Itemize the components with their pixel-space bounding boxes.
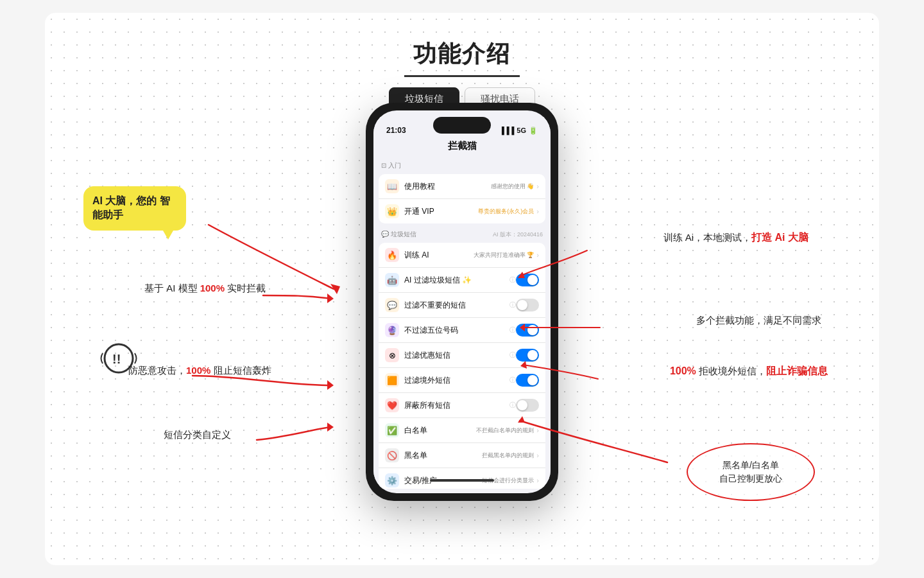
section-intro-header: ⊡ 入门 <box>373 157 551 171</box>
blacklist-icon: 🚫 <box>385 448 399 462</box>
vip-right: 尊贵的服务(永久)会员 › <box>478 207 539 216</box>
home-indicator <box>430 479 494 482</box>
section-spam-label: 💬 垃圾短信 <box>381 230 416 239</box>
blacklist-right: 拦截黑名单内的规则 › <box>482 451 539 460</box>
signal-bars: ▐▐▐ <box>499 127 514 134</box>
list-item-filter-unimportant[interactable]: 💬 过滤不重要的短信 ⓘ <box>379 293 545 318</box>
status-time: 21:03 <box>386 126 406 135</box>
vip-icon: 👑 <box>385 204 399 218</box>
filter-promo-toggle[interactable] <box>516 349 539 362</box>
ai-filter-right: ⓘ <box>509 276 516 285</box>
filter-overseas-right: ⓘ <box>509 376 516 385</box>
list-item-whitelist[interactable]: ✅ 白名单 不拦截白名单内的规则 › <box>379 418 545 443</box>
train-ai-label: 训练 AI <box>404 250 474 261</box>
anno-right-3: 100% 拒收境外短信，阻止诈骗信息 <box>670 365 828 378</box>
ai-filter-toggle[interactable] <box>516 274 539 286</box>
page-title: 功能介绍 <box>334 39 590 70</box>
svg-marker-2 <box>327 380 334 390</box>
filter-unimportant-label: 过滤不重要的短信 <box>404 300 509 311</box>
filter-overseas-label: 过滤境外短信 <box>404 375 509 386</box>
app-header: 拦截猫 <box>373 137 551 157</box>
filter-overseas-icon: 🟧 <box>385 373 399 387</box>
block-all-toggle[interactable] <box>516 399 539 412</box>
trade-icon: ⚙️ <box>385 473 399 487</box>
tutorial-icon: 📖 <box>385 179 399 193</box>
oval-annotation: 黑名单/白名单 自己控制更放心 <box>687 443 815 501</box>
svg-marker-3 <box>327 423 334 432</box>
whitelist-right: 不拦截白名单内的规则 › <box>476 426 539 435</box>
list-item-tutorial[interactable]: 📖 使用教程 感谢您的使用 👋 › <box>379 174 545 199</box>
filter-unimportant-icon: 💬 <box>385 298 399 312</box>
anno-left-1: 基于 AI 模型 100% 实时拦截 <box>144 283 266 295</box>
list-item-train-ai[interactable]: 🔥 训练 AI 大家共同打造准确率 🏆 › <box>379 243 545 268</box>
battery-icon: 🔋 <box>529 127 538 135</box>
list-item-ai-filter[interactable]: 🤖 AI 过滤垃圾短信 ✨ ⓘ <box>379 268 545 293</box>
title-section: 功能介绍 垃圾短信 骚扰电话 <box>334 39 590 111</box>
list-item-blacklist[interactable]: 🚫 黑名单 拦截黑名单内的规则 › <box>379 443 545 468</box>
tutorial-right: 感谢您的使用 👋 › <box>491 182 539 191</box>
list-item-no-filter-5digit[interactable]: 🔮 不过滤五位号码 ⓘ <box>379 318 545 343</box>
ai-filter-icon: 🤖 <box>385 273 399 287</box>
svg-marker-1 <box>327 293 334 303</box>
list-item-filter-promo[interactable]: ⊗ 过滤优惠短信 ⓘ <box>379 343 545 368</box>
app-content: ⊡ 入门 📖 使用教程 感谢您的使用 👋 › 👑 开通 VIP 尊贵的服务(永久… <box>373 157 551 489</box>
filter-overseas-toggle[interactable] <box>516 374 539 387</box>
filter-promo-icon: ⊗ <box>385 348 399 362</box>
filter-promo-label: 过滤优惠短信 <box>404 350 509 361</box>
no-filter-5digit-icon: 🔮 <box>385 323 399 337</box>
app-title: 拦截猫 <box>448 140 477 151</box>
anno-left-3: 短信分类自定义 <box>164 429 231 441</box>
no-filter-5digit-right: ⓘ <box>509 326 516 335</box>
phone-mockup: 21:03 ▐▐▐ 5G 🔋 拦截猫 ⊡ 入门 <box>366 103 558 501</box>
filter-unimportant-right: ⓘ <box>509 301 516 310</box>
list-item-filter-overseas[interactable]: 🟧 过滤境外短信 ⓘ <box>379 368 545 393</box>
page-container: 功能介绍 垃圾短信 骚扰电话 21:03 ▐▐▐ 5G 🔋 <box>45 13 879 565</box>
block-all-label: 屏蔽所有短信 <box>404 400 509 411</box>
list-item-block-all[interactable]: ❤️ 屏蔽所有短信 ⓘ <box>379 393 545 418</box>
svg-text:!!: !! <box>112 352 121 366</box>
train-ai-right: 大家共同打造准确率 🏆 › <box>474 251 539 259</box>
anno-right-1: 训练 Ai，本地测试，打造 Ai 大脑 <box>663 231 809 245</box>
train-ai-icon: 🔥 <box>385 248 399 262</box>
svg-marker-0 <box>330 284 340 294</box>
anno-left-2: 防恶意攻击，100% 阻止短信轰炸 <box>128 365 271 377</box>
no-filter-5digit-label: 不过滤五位号码 <box>404 325 509 336</box>
list-item-trade[interactable]: ⚙️ 交易/推广 短信会进行分类显示 › <box>379 468 545 489</box>
filter-unimportant-toggle[interactable] <box>516 299 539 311</box>
no-filter-5digit-toggle[interactable] <box>516 324 539 337</box>
vip-label: 开通 VIP <box>404 206 478 217</box>
block-all-icon: ❤️ <box>385 398 399 412</box>
section-spam-version: AI 版本：20240416 <box>493 231 543 239</box>
block-all-right: ⓘ <box>509 401 516 410</box>
status-right: ▐▐▐ 5G 🔋 <box>499 127 538 135</box>
title-underline <box>404 75 520 77</box>
section-intro-label: ⊡ 入门 <box>381 161 401 170</box>
network-type: 5G <box>517 127 526 134</box>
list-group-spam: 🔥 训练 AI 大家共同打造准确率 🏆 › 🤖 AI 过滤垃圾短信 ✨ ⓘ <box>379 243 545 489</box>
list-item-vip[interactable]: 👑 开通 VIP 尊贵的服务(永久)会员 › <box>379 199 545 223</box>
phone-outer: 21:03 ▐▐▐ 5G 🔋 拦截猫 ⊡ 入门 <box>366 103 558 501</box>
section-spam-header: 💬 垃圾短信 AI 版本：20240416 <box>373 226 551 240</box>
phone-inner: 21:03 ▐▐▐ 5G 🔋 拦截猫 ⊡ 入门 <box>373 110 551 493</box>
filter-promo-right: ⓘ <box>509 351 516 360</box>
oval-text: 黑名单/白名单 自己控制更放心 <box>719 459 782 486</box>
tutorial-label: 使用教程 <box>404 181 491 192</box>
list-group-intro: 📖 使用教程 感谢您的使用 👋 › 👑 开通 VIP 尊贵的服务(永久)会员 › <box>379 174 545 223</box>
ai-brain-bubble: AI 大脑，您的 智能助手 <box>83 186 186 231</box>
blacklist-label: 黑名单 <box>404 450 482 461</box>
anno-right-2: 多个拦截功能，满足不同需求 <box>696 315 821 327</box>
whitelist-icon: ✅ <box>385 423 399 437</box>
whitelist-label: 白名单 <box>404 425 476 436</box>
dynamic-island <box>433 117 491 134</box>
ai-filter-label: AI 过滤垃圾短信 ✨ <box>404 275 509 286</box>
